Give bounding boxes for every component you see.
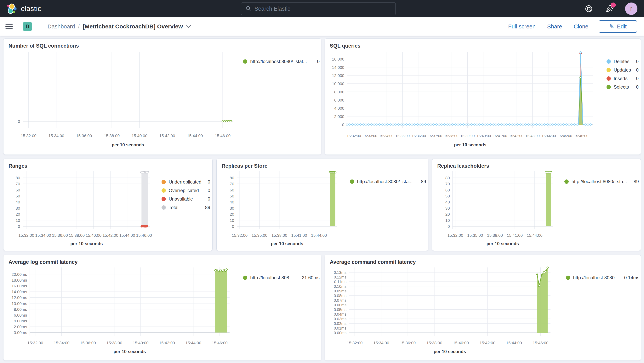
app-header: elastic (0, 0, 644, 18)
svg-text:15:34:00: 15:34:00 (379, 134, 394, 138)
svg-text:15:44:00: 15:44:00 (542, 134, 556, 138)
legend-value: 0 (203, 179, 210, 185)
svg-text:15:39:00: 15:39:00 (460, 134, 475, 138)
legend-label: http://localhost:808... (250, 275, 293, 280)
clone-button[interactable]: Clone (574, 24, 588, 30)
svg-text:10: 10 (445, 218, 450, 223)
svg-text:per 10 seconds: per 10 seconds (271, 241, 303, 246)
svg-text:40: 40 (445, 200, 450, 204)
user-avatar[interactable]: r (625, 3, 638, 15)
legend-label: http://localhost:8080/_stat... (250, 59, 307, 64)
toolbar-separator (18, 18, 18, 36)
legend-series-dot-icon (566, 276, 570, 280)
chart-avg-log-commit-latency[interactable]: 15:32:0015:34:0015:36:0015:38:0015:40:00… (4, 265, 237, 361)
svg-text:15:32:00: 15:32:00 (232, 233, 248, 237)
legend-replicas-per-store: http://localhost:8080/_sta...89 (350, 177, 426, 186)
svg-text:0.02ms: 0.02ms (334, 321, 346, 326)
svg-text:per 10 seconds: per 10 seconds (434, 349, 466, 354)
legend-label: Overreplicated (169, 188, 199, 193)
svg-text:0.07ms: 0.07ms (334, 298, 346, 302)
global-search[interactable] (241, 3, 396, 15)
legend-series-dot-icon (243, 276, 247, 280)
svg-text:15:34:00: 15:34:00 (373, 340, 389, 345)
chart-ranges[interactable]: 15:32:0015:34:0015:36:0015:38:0015:40:00… (4, 169, 158, 251)
dashboard-toolbar: D Dashboard / [Metricbeat CockroachDB] O… (0, 18, 644, 36)
legend-label: http://localhost:8080/_sta... (572, 179, 627, 184)
svg-text:15:43:00: 15:43:00 (525, 134, 540, 138)
notification-dot (611, 3, 616, 8)
panel-title-sql-queries: SQL queries (330, 43, 360, 49)
svg-text:15:44:00: 15:44:00 (506, 340, 522, 345)
svg-text:15:32:00: 15:32:00 (18, 233, 34, 237)
svg-text:80: 80 (445, 176, 450, 180)
legend-item: http://localhost:808...21.60ms (243, 273, 320, 282)
panel-avg-command-commit-latency: Average command commit latency15:32:0015… (324, 255, 641, 361)
edit-button[interactable]: ✎ Edit (599, 20, 637, 33)
svg-text:15:37:00: 15:37:00 (428, 134, 442, 138)
breadcrumb-separator: / (78, 24, 80, 30)
dashboard-app-badge[interactable]: D (23, 22, 32, 31)
dashboard-panels: Number of SQL connections15:32:0015:34:0… (0, 36, 644, 363)
svg-text:30: 30 (230, 206, 234, 210)
svg-text:15:36:00: 15:36:00 (76, 133, 92, 138)
legend-label: Underreplicated (169, 179, 201, 185)
legend-series-dot-icon (606, 76, 611, 81)
svg-text:15:44:00: 15:44:00 (186, 340, 201, 345)
chart-replicas-per-store[interactable]: 15:32:0015:35:0015:38:0015:41:0015:44:00… (216, 169, 344, 251)
svg-text:0.11ms: 0.11ms (334, 280, 346, 284)
legend-series-dot-icon (606, 68, 611, 72)
svg-text:40: 40 (16, 200, 20, 204)
svg-text:15:42:00: 15:42:00 (480, 340, 496, 345)
legend-item: Overreplicated0 (162, 186, 210, 195)
legend-label: Selects (614, 84, 629, 90)
svg-text:15:44:00: 15:44:00 (527, 233, 542, 237)
svg-text:50: 50 (445, 194, 450, 198)
panel-sql-connections: Number of SQL connections15:32:0015:34:0… (3, 39, 321, 155)
pencil-icon: ✎ (609, 23, 614, 30)
menu-hamburger-icon[interactable] (6, 24, 13, 30)
chart-replica-leaseholders[interactable]: 15:32:0015:35:0015:38:0015:41:0015:44:00… (432, 169, 560, 251)
legend-value: 89 (629, 179, 639, 184)
legend-item: http://localhost:8080/_stat...0 (243, 57, 320, 66)
svg-text:15:41:00: 15:41:00 (291, 233, 307, 237)
panel-replica-leaseholders: Replica leaseholders15:32:0015:35:0015:3… (432, 159, 641, 251)
panel-ranges: Ranges15:32:0015:34:0015:36:0015:38:0015… (3, 159, 212, 251)
svg-text:0.00ms: 0.00ms (14, 330, 27, 335)
full-screen-button[interactable]: Full screen (508, 24, 536, 30)
breadcrumb-dashboard-link[interactable]: Dashboard (48, 24, 75, 30)
svg-text:per 10 seconds: per 10 seconds (486, 241, 519, 246)
svg-text:15:44:00: 15:44:00 (187, 133, 203, 138)
legend-value: 0 (632, 84, 638, 90)
share-button[interactable]: Share (547, 24, 562, 30)
legend-item: Inserts0 (606, 74, 638, 83)
svg-text:15:38:00: 15:38:00 (104, 133, 120, 138)
chevron-down-icon[interactable] (186, 25, 191, 29)
legend-item: Deletes0 (606, 57, 638, 66)
chart-sql-connections[interactable]: 15:32:0015:34:0015:36:0015:38:0015:40:00… (4, 49, 237, 155)
svg-text:70: 70 (230, 182, 234, 186)
svg-text:15:32:00: 15:32:00 (347, 134, 361, 138)
chart-avg-command-commit-latency[interactable]: 15:32:0015:34:0015:36:0015:38:0015:40:00… (325, 265, 558, 361)
svg-text:0.00ms: 0.00ms (334, 331, 346, 335)
whats-new-party-popper-icon[interactable] (604, 4, 614, 13)
legend-sql-connections: http://localhost:8080/_stat...0 (243, 57, 320, 66)
svg-text:0.03ms: 0.03ms (334, 317, 346, 321)
legend-item: Underreplicated0 (162, 178, 210, 186)
panel-title-replicas-per-store: Replicas per Store (222, 163, 268, 169)
svg-text:15:36:00: 15:36:00 (80, 340, 96, 345)
legend-sql-queries: Deletes0Updates0Inserts0Selects0 (606, 57, 638, 91)
legend-item: Total89 (162, 203, 210, 212)
legend-label: Inserts (614, 76, 628, 81)
svg-text:15:32:00: 15:32:00 (447, 233, 463, 237)
legend-series-dot-icon (162, 205, 166, 210)
svg-text:8.00ms: 8.00ms (14, 307, 27, 311)
chart-sql-queries[interactable]: 15:32:0015:33:0015:34:0015:35:0015:36:00… (325, 49, 599, 155)
help-lifebuoy-icon[interactable] (584, 4, 594, 13)
elastic-brand[interactable]: elastic (6, 3, 41, 14)
svg-text:15:41:00: 15:41:00 (493, 134, 507, 138)
svg-text:15:40:00: 15:40:00 (86, 233, 102, 237)
svg-text:4.00ms: 4.00ms (14, 319, 27, 323)
svg-text:0: 0 (18, 119, 20, 124)
search-input[interactable] (254, 6, 392, 12)
svg-text:15:33:00: 15:33:00 (363, 134, 377, 138)
